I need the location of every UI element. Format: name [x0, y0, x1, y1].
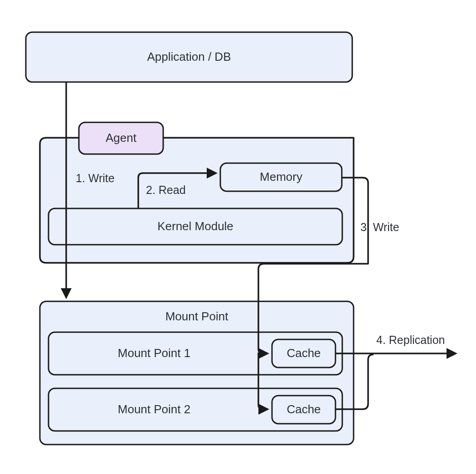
kernel-module-label: Kernel Module: [157, 219, 233, 233]
mount-point-group-label: Mount Point: [165, 310, 229, 323]
architecture-diagram: Application / DB Agent Memory Kernel Mod…: [0, 0, 476, 474]
edge-write-1-label: 1. Write: [76, 172, 115, 184]
mount-point-2-label: Mount Point 2: [118, 402, 190, 416]
application-db-label: Application / DB: [147, 50, 231, 63]
memory-label: Memory: [260, 170, 302, 184]
edge-replication-label: 4. Replication: [376, 334, 445, 346]
cache-2-label: Cache: [287, 402, 321, 416]
cache-1-label: Cache: [287, 346, 321, 360]
edge-write-3-label: 3. Write: [360, 221, 399, 233]
edge-read-2-label: 2. Read: [146, 184, 186, 196]
agent-label: Agent: [106, 131, 137, 145]
mount-point-1-label: Mount Point 1: [118, 346, 190, 360]
